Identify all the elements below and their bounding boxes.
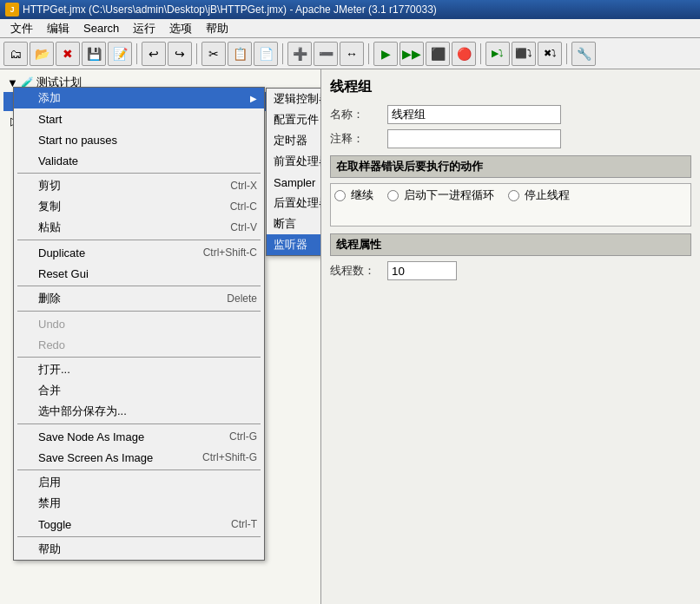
toolbar-collapse[interactable]: ➖ [314, 42, 338, 66]
ctx-disable[interactable]: 禁用 [14, 493, 264, 514]
toolbar-run[interactable]: ▶ [373, 42, 398, 66]
ctx-paste-shortcut: Ctrl-V [230, 221, 257, 233]
ctx-dup-shortcut: Ctrl+Shift-C [203, 246, 257, 259]
toolbar-settings[interactable]: 🔧 [571, 42, 596, 66]
ctx-help[interactable]: 帮助 [14, 539, 264, 560]
toolbar-open[interactable]: 📂 [30, 42, 54, 66]
ctx-save-screen-image[interactable]: Save Screen As Image Ctrl+Shift-G [14, 447, 264, 468]
toolbar-saveas[interactable]: 📝 [108, 42, 132, 66]
ctx-toggle[interactable]: Toggle Ctrl-T [14, 514, 264, 535]
submenu-logic-controller[interactable]: 逻辑控制器 [267, 89, 321, 109]
toolbar-run-nopause[interactable]: ▶▶ [400, 42, 424, 66]
ctx-toggle-shortcut: Ctrl-T [231, 518, 257, 530]
name-input[interactable] [387, 105, 561, 124]
context-menu: 添加 ▶ Start Start no pauses Validate 剪切 C… [13, 87, 265, 561]
submenu-config-label: 配置元件 [274, 112, 319, 128]
menu-file[interactable]: 文件 [3, 19, 40, 37]
comment-input[interactable] [387, 129, 561, 148]
toolbar-shutdown[interactable]: 🔴 [452, 42, 476, 66]
menu-edit[interactable]: 编辑 [40, 19, 76, 37]
ctx-reset-gui[interactable]: Reset Gui [14, 263, 264, 284]
submenu-preprocessor[interactable]: 前置处理器 [267, 151, 321, 172]
right-panel: 线程组 名称： 注释： 在取样器错误后要执行的动作 继续 启动下一进程循环 停止… [321, 69, 700, 604]
toolbar-close[interactable]: ✖ [56, 42, 80, 66]
ctx-enable[interactable]: 启用 [14, 472, 264, 493]
ctx-sni-label: Save Node As Image [38, 430, 144, 443]
menu-run[interactable]: 运行 [126, 19, 162, 37]
ctx-add[interactable]: 添加 ▶ [14, 88, 264, 108]
ctx-sni-shortcut: Ctrl-G [229, 430, 257, 443]
ctx-del-shortcut: Delete [227, 292, 257, 305]
submenu-postprocessor[interactable]: 后置处理器 [267, 193, 321, 213]
ctx-sep8 [17, 536, 261, 537]
toolbar-paste[interactable]: 📄 [254, 42, 278, 66]
submenu-assertion[interactable]: 断言 [267, 213, 321, 234]
ctx-save-selected[interactable]: 选中部分保存为... [14, 401, 264, 422]
ctx-dup-label: Duplicate [38, 246, 85, 259]
submenu-logic-label: 逻辑控制器 [274, 91, 321, 107]
ctx-reset-label: Reset Gui [38, 267, 89, 280]
toolbar-save[interactable]: 💾 [82, 42, 106, 66]
radio-stopthread-label: 停止线程 [525, 187, 570, 203]
toolbar-toggle[interactable]: ↔ [340, 42, 364, 66]
toolbar-copy[interactable]: 📋 [228, 42, 252, 66]
radio-continue-label: 继续 [351, 187, 373, 203]
ctx-undo: Undo [14, 313, 264, 334]
ctx-paste-label: 粘贴 [38, 220, 61, 235]
thread-count-input[interactable] [387, 261, 457, 280]
ctx-validate[interactable]: Validate [14, 150, 264, 171]
toolbar-sep2 [196, 43, 197, 64]
submenu-config[interactable]: 配置元件 [267, 109, 321, 130]
toolbar-stop[interactable]: ⬛ [426, 42, 450, 66]
ctx-sep2 [17, 240, 261, 240]
submenu-listener[interactable]: 监听器 ▶ [267, 234, 321, 255]
ctx-sep6 [17, 423, 261, 424]
ctx-delete[interactable]: 删除 Delete [14, 288, 264, 309]
ctx-enable-label: 启用 [38, 475, 61, 490]
ctx-cut-label: 剪切 [38, 178, 61, 194]
submenu-add: 逻辑控制器 配置元件 定时器 前置处理器 Sampler ▶ 后置处理器 [266, 88, 321, 256]
ctx-open[interactable]: 打开... [14, 359, 264, 380]
radio-stopthread[interactable] [508, 190, 519, 201]
ctx-ssi-shortcut: Ctrl+Shift-G [202, 451, 257, 463]
radio-startthread-label: 启动下一进程循环 [404, 187, 494, 203]
menu-options[interactable]: 选项 [162, 19, 199, 37]
ctx-cut[interactable]: 剪切 Ctrl-X [14, 175, 264, 196]
ctx-disable-label: 禁用 [38, 496, 61, 511]
ctx-toggle-label: Toggle [38, 518, 71, 531]
toolbar-new[interactable]: 🗂 [3, 42, 28, 66]
toolbar-sep3 [282, 43, 283, 64]
error-radio-continue[interactable]: 继续 启动下一进程循环 停止线程 [334, 187, 687, 203]
menu-bar: 文件 编辑 Search 运行 选项 帮助 [0, 19, 700, 38]
ctx-duplicate[interactable]: Duplicate Ctrl+Shift-C [14, 242, 264, 263]
toolbar-remote-stop[interactable]: ⬛⤵ [512, 42, 536, 66]
ctx-sep5 [17, 357, 261, 358]
toolbar-remote-shutdown[interactable]: ✖⤵ [538, 42, 562, 66]
thread-count-row: 线程数： [330, 261, 691, 280]
ctx-start-nopause[interactable]: Start no pauses [14, 129, 264, 150]
ctx-add-label: 添加 [38, 90, 61, 106]
ctx-save-node-image[interactable]: Save Node As Image Ctrl-G [14, 426, 264, 447]
ctx-validate-label: Validate [38, 154, 78, 167]
submenu-sampler[interactable]: Sampler ▶ [267, 172, 321, 193]
ctx-paste[interactable]: 粘贴 Ctrl-V [14, 217, 264, 238]
toolbar-redo[interactable]: ↪ [168, 42, 192, 66]
toolbar-expand[interactable]: ➕ [287, 42, 312, 66]
left-panel: ▼ 🧪 测试计划 ▷ ⚙ 线程组 ▷ 🗂 工作台 添加 ▶ [0, 69, 321, 604]
menu-search[interactable]: Search [76, 19, 126, 37]
ctx-merge[interactable]: 合并 [14, 380, 264, 401]
submenu-timer[interactable]: 定时器 [267, 130, 321, 151]
radio-continue[interactable] [334, 190, 346, 201]
toolbar-remote-run[interactable]: ▶⤵ [485, 42, 510, 66]
comment-label: 注释： [330, 131, 382, 147]
thread-section: 线程属性 [330, 233, 691, 256]
toolbar-cut[interactable]: ✂ [201, 42, 226, 66]
radio-startthread[interactable] [387, 190, 399, 201]
ctx-sep3 [17, 286, 261, 286]
ctx-copy[interactable]: 复制 Ctrl-C [14, 196, 264, 217]
ctx-start[interactable]: Start [14, 108, 264, 129]
toolbar-undo[interactable]: ↩ [142, 42, 166, 66]
menu-help[interactable]: 帮助 [199, 19, 235, 37]
submenu-post-label: 后置处理器 [274, 195, 321, 211]
ctx-sep1 [17, 173, 261, 174]
